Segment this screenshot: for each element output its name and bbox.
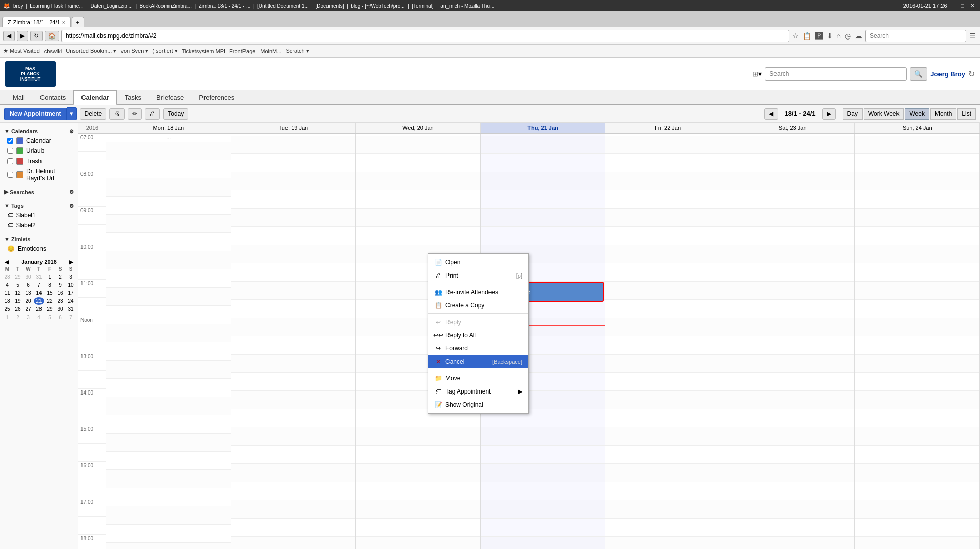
cal-slot[interactable] <box>605 537 730 549</box>
refresh-btn[interactable]: ↻ <box>968 69 975 79</box>
cal-slot[interactable] <box>855 263 979 282</box>
mini-cal-day[interactable]: 2 <box>13 313 23 321</box>
cal-slot[interactable] <box>605 300 730 318</box>
view-day-btn[interactable]: Day <box>843 108 863 120</box>
cal-day-tue[interactable] <box>231 134 356 549</box>
view-workweek-btn[interactable]: Work Week <box>864 108 904 120</box>
calendar-item-urlaub[interactable]: Urlaub <box>3 146 75 156</box>
calendar-urlaub-checkbox[interactable] <box>7 148 13 154</box>
calendar-calendar-checkbox[interactable] <box>7 138 13 144</box>
cal-slot[interactable] <box>855 227 979 245</box>
mini-cal-day[interactable]: 1 <box>45 273 55 281</box>
searches-header[interactable]: ▶ Searches ⚙ <box>3 187 75 197</box>
cal-slot[interactable] <box>605 519 730 537</box>
browser-search-input[interactable] <box>865 30 966 42</box>
bookmark-sortiert[interactable]: ( sortiert ▾ <box>152 48 177 54</box>
cal-header-mon[interactable]: Mon, 18 Jan <box>106 123 231 133</box>
cal-day-mon[interactable]: ··· <box>106 134 231 549</box>
mini-cal-day[interactable]: 26 <box>13 305 23 313</box>
cal-slot[interactable] <box>481 482 605 500</box>
cm-item-move[interactable]: 📁 Move <box>428 372 528 385</box>
cal-header-tue[interactable]: Tue, 19 Jan <box>231 123 356 133</box>
cal-slot[interactable] <box>231 318 356 336</box>
close-btn[interactable]: ✕ <box>968 3 977 9</box>
reader-view-icon[interactable]: 📋 <box>802 31 812 41</box>
nav-tab-preferences[interactable]: Preferences <box>191 90 242 104</box>
header-search-input[interactable] <box>765 67 907 81</box>
new-appointment-btn[interactable]: New Appointment <box>4 108 67 120</box>
view-week-btn[interactable]: Week <box>905 108 929 120</box>
cal-slot[interactable] <box>481 172 605 190</box>
cal-slot[interactable] <box>231 190 356 209</box>
calendar-trash-checkbox[interactable] <box>7 158 13 164</box>
cal-slot[interactable] <box>855 537 979 549</box>
cal-slot[interactable] <box>605 446 730 464</box>
cal-slot[interactable] <box>106 342 231 361</box>
tag-item-label2[interactable]: 🏷 $label2 <box>3 220 75 230</box>
mini-cal-day[interactable]: 29 <box>45 305 55 313</box>
mini-cal-day[interactable]: 24 <box>66 297 76 305</box>
cal-slot[interactable] <box>106 142 231 160</box>
bookmark-most-visited[interactable]: ★ Most Visited <box>3 48 40 54</box>
mini-cal-day[interactable]: 29 <box>13 273 23 281</box>
cal-slot[interactable] <box>106 251 231 269</box>
cal-slot[interactable] <box>730 355 855 373</box>
mini-cal-prev[interactable]: ◀ <box>3 259 10 265</box>
cal-slot[interactable] <box>730 263 855 282</box>
cal-slot[interactable] <box>730 227 855 245</box>
cal-slot[interactable] <box>855 172 979 190</box>
cal-slot[interactable] <box>605 172 730 190</box>
cal-slot[interactable] <box>605 373 730 391</box>
cal-slot[interactable] <box>106 506 231 525</box>
cal-slot[interactable] <box>356 537 480 549</box>
cal-slot[interactable] <box>231 537 356 549</box>
mini-cal-next[interactable]: ▶ <box>68 259 75 265</box>
cal-header-fri[interactable]: Fri, 22 Jan <box>605 123 730 133</box>
cal-slot[interactable] <box>481 446 605 464</box>
tags-settings-icon[interactable]: ⚙ <box>69 203 74 209</box>
cal-slot[interactable] <box>106 361 231 379</box>
cal-slot[interactable] <box>231 172 356 190</box>
zimlet-emoticons[interactable]: 😊 Emoticons <box>3 244 75 254</box>
cal-slot[interactable] <box>855 500 979 519</box>
cal-slot[interactable] <box>855 318 979 336</box>
cal-slot[interactable] <box>106 397 231 415</box>
cal-slot[interactable] <box>231 500 356 519</box>
cal-slot[interactable] <box>481 464 605 482</box>
cal-slot[interactable] <box>730 136 855 154</box>
view-month-btn[interactable]: Month <box>930 108 956 120</box>
cal-day-sat[interactable] <box>730 134 855 549</box>
print-btn[interactable]: 🖨 <box>109 108 125 120</box>
calendar-item-trash[interactable]: Trash <box>3 156 75 166</box>
cal-slot[interactable] <box>481 136 605 154</box>
cal-slot[interactable] <box>730 446 855 464</box>
cal-slot[interactable] <box>481 154 605 172</box>
bookmark-ticketsystem[interactable]: Ticketsystem MPI <box>182 48 225 54</box>
cal-slot[interactable] <box>730 282 855 300</box>
mini-cal-day[interactable]: 3 <box>66 273 76 281</box>
calendar-item-hayd[interactable]: Dr. Helmut Hayd's Url <box>3 166 75 183</box>
cal-slot[interactable] <box>481 500 605 519</box>
mini-cal-day[interactable]: 28 <box>34 305 44 313</box>
calendar-hayd-checkbox[interactable] <box>7 172 13 178</box>
cal-slot[interactable] <box>730 172 855 190</box>
cal-slot[interactable] <box>231 446 356 464</box>
mini-cal-day[interactable]: 6 <box>55 313 65 321</box>
cm-item-reply-all[interactable]: ↩↩ Reply to All <box>428 329 528 342</box>
nav-tab-contacts[interactable]: Contacts <box>32 90 73 104</box>
mini-cal-day[interactable]: 31 <box>34 273 44 281</box>
bookmark-unsorted[interactable]: Unsorted Bookm... ▾ <box>66 48 116 54</box>
cal-slot[interactable] <box>106 215 231 233</box>
cal-slot[interactable] <box>730 300 855 318</box>
cal-slot[interactable] <box>730 391 855 409</box>
cal-slot[interactable] <box>605 154 730 172</box>
cal-slot[interactable] <box>356 446 480 464</box>
cal-slot[interactable] <box>106 288 231 306</box>
cal-slot[interactable] <box>605 336 730 355</box>
cal-slot[interactable] <box>730 373 855 391</box>
cal-slot[interactable] <box>605 355 730 373</box>
mini-cal-day[interactable]: 30 <box>55 305 65 313</box>
cal-slot[interactable] <box>106 452 231 470</box>
cm-item-forward[interactable]: ↪ Forward <box>428 342 528 355</box>
cal-slot[interactable] <box>605 227 730 245</box>
